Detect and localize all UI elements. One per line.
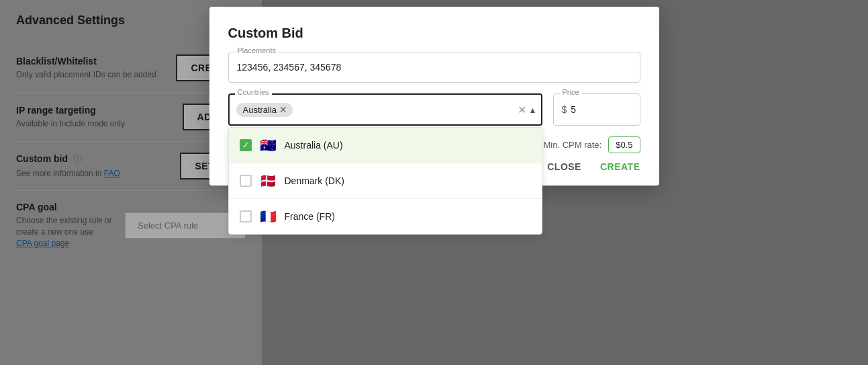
countries-label: Countries — [235, 88, 272, 96]
dropdown-item-france[interactable]: 🇫🇷 France (FR) — [229, 199, 542, 234]
create-button[interactable]: CREATE — [600, 161, 640, 172]
denmark-flag: 🇩🇰 — [260, 173, 277, 189]
placements-input[interactable] — [228, 52, 640, 83]
price-input-box: $ — [553, 93, 640, 126]
countries-field-wrapper: Countries Australia ✕ ✕ ▲ — [228, 93, 542, 126]
countries-dropdown: ✓ 🇦🇺 Australia (AU) 🇩🇰 Denmark (DK) — [228, 127, 542, 235]
australia-tag: Australia ✕ — [236, 103, 293, 117]
dropdown-item-australia[interactable]: ✓ 🇦🇺 Australia (AU) — [229, 128, 542, 163]
modal-body: Placements Countries Australia ✕ ✕ — [209, 52, 659, 126]
min-cpm-value: $0.5 — [608, 136, 640, 153]
france-flag: 🇫🇷 — [260, 208, 277, 225]
modal-title: Custom Bid — [228, 26, 640, 41]
countries-input-box[interactable]: Australia ✕ ✕ ▲ — [228, 93, 542, 126]
countries-controls: ✕ ▲ — [518, 104, 537, 116]
countries-price-row: Countries Australia ✕ ✕ ▲ — [228, 93, 640, 126]
denmark-checkbox — [240, 175, 252, 187]
price-symbol: $ — [562, 104, 567, 115]
denmark-name: Denmark (DK) — [285, 175, 344, 186]
clear-countries-icon[interactable]: ✕ — [518, 104, 526, 116]
placements-field-group: Placements — [228, 52, 640, 83]
modal-overlay: Custom Bid Placements Countries Australi… — [0, 0, 868, 365]
australia-flag: 🇦🇺 — [260, 137, 277, 153]
price-field-wrapper: Price $ — [553, 93, 640, 126]
checkmark-icon: ✓ — [242, 140, 249, 150]
tag-label: Australia — [243, 105, 277, 115]
dropdown-item-denmark[interactable]: 🇩🇰 Denmark (DK) — [229, 163, 542, 199]
placements-label: Placements — [235, 46, 279, 54]
france-name: France (FR) — [285, 211, 335, 222]
custom-bid-modal: Custom Bid Placements Countries Australi… — [209, 7, 659, 186]
australia-checkbox: ✓ — [240, 139, 252, 151]
min-cpm-label: Min. CPM rate: — [544, 140, 602, 150]
australia-name: Australia (AU) — [285, 140, 343, 151]
france-checkbox — [240, 210, 252, 222]
price-input[interactable] — [571, 104, 611, 115]
price-label: Price — [560, 88, 582, 96]
close-button[interactable]: CLOSE — [547, 161, 581, 172]
modal-header: Custom Bid — [209, 7, 659, 52]
chevron-up-icon[interactable]: ▲ — [529, 105, 537, 114]
tag-remove-icon[interactable]: ✕ — [279, 105, 287, 114]
